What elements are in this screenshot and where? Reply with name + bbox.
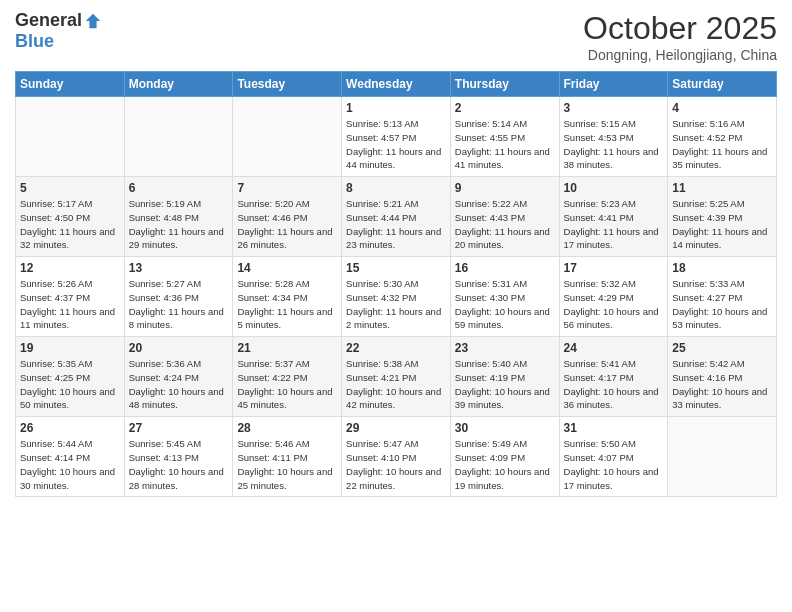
day-number: 28 [237, 421, 337, 435]
calendar-cell: 22Sunrise: 5:38 AMSunset: 4:21 PMDayligh… [342, 337, 451, 417]
day-number: 18 [672, 261, 772, 275]
daylight-text: Daylight: 11 hours and 17 minutes. [564, 226, 659, 251]
sunrise-text: Sunrise: 5:26 AM [20, 278, 92, 289]
daylight-text: Daylight: 11 hours and 20 minutes. [455, 226, 550, 251]
daylight-text: Daylight: 11 hours and 35 minutes. [672, 146, 767, 171]
sunset-text: Sunset: 4:53 PM [564, 132, 634, 143]
calendar-cell [16, 97, 125, 177]
daylight-text: Daylight: 10 hours and 53 minutes. [672, 306, 767, 331]
calendar-cell: 26Sunrise: 5:44 AMSunset: 4:14 PMDayligh… [16, 417, 125, 497]
calendar-week-row: 26Sunrise: 5:44 AMSunset: 4:14 PMDayligh… [16, 417, 777, 497]
day-info: Sunrise: 5:27 AMSunset: 4:36 PMDaylight:… [129, 277, 229, 332]
day-number: 1 [346, 101, 446, 115]
sunrise-text: Sunrise: 5:33 AM [672, 278, 744, 289]
daylight-text: Daylight: 10 hours and 42 minutes. [346, 386, 441, 411]
calendar-cell: 3Sunrise: 5:15 AMSunset: 4:53 PMDaylight… [559, 97, 668, 177]
sunset-text: Sunset: 4:25 PM [20, 372, 90, 383]
sunset-text: Sunset: 4:19 PM [455, 372, 525, 383]
calendar-cell [668, 417, 777, 497]
calendar-cell [124, 97, 233, 177]
sunrise-text: Sunrise: 5:41 AM [564, 358, 636, 369]
calendar-cell: 23Sunrise: 5:40 AMSunset: 4:19 PMDayligh… [450, 337, 559, 417]
sunset-text: Sunset: 4:57 PM [346, 132, 416, 143]
day-info: Sunrise: 5:22 AMSunset: 4:43 PMDaylight:… [455, 197, 555, 252]
day-info: Sunrise: 5:13 AMSunset: 4:57 PMDaylight:… [346, 117, 446, 172]
daylight-text: Daylight: 10 hours and 45 minutes. [237, 386, 332, 411]
day-number: 24 [564, 341, 664, 355]
day-info: Sunrise: 5:15 AMSunset: 4:53 PMDaylight:… [564, 117, 664, 172]
calendar-week-row: 5Sunrise: 5:17 AMSunset: 4:50 PMDaylight… [16, 177, 777, 257]
day-info: Sunrise: 5:20 AMSunset: 4:46 PMDaylight:… [237, 197, 337, 252]
daylight-text: Daylight: 10 hours and 39 minutes. [455, 386, 550, 411]
daylight-text: Daylight: 10 hours and 59 minutes. [455, 306, 550, 331]
sunrise-text: Sunrise: 5:30 AM [346, 278, 418, 289]
day-number: 4 [672, 101, 772, 115]
header: General Blue October 2025 Dongning, Heil… [15, 10, 777, 63]
day-info: Sunrise: 5:19 AMSunset: 4:48 PMDaylight:… [129, 197, 229, 252]
daylight-text: Daylight: 11 hours and 5 minutes. [237, 306, 332, 331]
sunset-text: Sunset: 4:43 PM [455, 212, 525, 223]
sunset-text: Sunset: 4:17 PM [564, 372, 634, 383]
sunrise-text: Sunrise: 5:46 AM [237, 438, 309, 449]
sunrise-text: Sunrise: 5:21 AM [346, 198, 418, 209]
daylight-text: Daylight: 10 hours and 50 minutes. [20, 386, 115, 411]
sunrise-text: Sunrise: 5:50 AM [564, 438, 636, 449]
sunrise-text: Sunrise: 5:40 AM [455, 358, 527, 369]
day-number: 29 [346, 421, 446, 435]
calendar-table: Sunday Monday Tuesday Wednesday Thursday… [15, 71, 777, 497]
day-info: Sunrise: 5:30 AMSunset: 4:32 PMDaylight:… [346, 277, 446, 332]
daylight-text: Daylight: 11 hours and 32 minutes. [20, 226, 115, 251]
day-number: 20 [129, 341, 229, 355]
daylight-text: Daylight: 11 hours and 41 minutes. [455, 146, 550, 171]
daylight-text: Daylight: 11 hours and 29 minutes. [129, 226, 224, 251]
sunrise-text: Sunrise: 5:14 AM [455, 118, 527, 129]
day-info: Sunrise: 5:23 AMSunset: 4:41 PMDaylight:… [564, 197, 664, 252]
calendar-cell: 13Sunrise: 5:27 AMSunset: 4:36 PMDayligh… [124, 257, 233, 337]
sunset-text: Sunset: 4:14 PM [20, 452, 90, 463]
day-info: Sunrise: 5:21 AMSunset: 4:44 PMDaylight:… [346, 197, 446, 252]
day-number: 11 [672, 181, 772, 195]
sunrise-text: Sunrise: 5:15 AM [564, 118, 636, 129]
sunset-text: Sunset: 4:29 PM [564, 292, 634, 303]
header-friday: Friday [559, 72, 668, 97]
calendar-cell: 24Sunrise: 5:41 AMSunset: 4:17 PMDayligh… [559, 337, 668, 417]
title-section: October 2025 Dongning, Heilongjiang, Chi… [583, 10, 777, 63]
sunset-text: Sunset: 4:44 PM [346, 212, 416, 223]
month-title: October 2025 [583, 10, 777, 47]
day-number: 19 [20, 341, 120, 355]
daylight-text: Daylight: 11 hours and 14 minutes. [672, 226, 767, 251]
calendar-cell: 5Sunrise: 5:17 AMSunset: 4:50 PMDaylight… [16, 177, 125, 257]
day-number: 26 [20, 421, 120, 435]
calendar-cell: 16Sunrise: 5:31 AMSunset: 4:30 PMDayligh… [450, 257, 559, 337]
day-number: 9 [455, 181, 555, 195]
sunrise-text: Sunrise: 5:32 AM [564, 278, 636, 289]
calendar-cell [233, 97, 342, 177]
calendar-cell: 9Sunrise: 5:22 AMSunset: 4:43 PMDaylight… [450, 177, 559, 257]
sunset-text: Sunset: 4:21 PM [346, 372, 416, 383]
header-tuesday: Tuesday [233, 72, 342, 97]
sunset-text: Sunset: 4:50 PM [20, 212, 90, 223]
sunset-text: Sunset: 4:39 PM [672, 212, 742, 223]
day-number: 16 [455, 261, 555, 275]
day-number: 22 [346, 341, 446, 355]
header-wednesday: Wednesday [342, 72, 451, 97]
sunset-text: Sunset: 4:27 PM [672, 292, 742, 303]
day-number: 3 [564, 101, 664, 115]
calendar-cell: 25Sunrise: 5:42 AMSunset: 4:16 PMDayligh… [668, 337, 777, 417]
day-number: 13 [129, 261, 229, 275]
day-number: 2 [455, 101, 555, 115]
calendar-cell: 1Sunrise: 5:13 AMSunset: 4:57 PMDaylight… [342, 97, 451, 177]
daylight-text: Daylight: 10 hours and 28 minutes. [129, 466, 224, 491]
sunset-text: Sunset: 4:13 PM [129, 452, 199, 463]
daylight-text: Daylight: 10 hours and 19 minutes. [455, 466, 550, 491]
sunset-text: Sunset: 4:32 PM [346, 292, 416, 303]
day-info: Sunrise: 5:31 AMSunset: 4:30 PMDaylight:… [455, 277, 555, 332]
calendar-cell: 30Sunrise: 5:49 AMSunset: 4:09 PMDayligh… [450, 417, 559, 497]
day-info: Sunrise: 5:25 AMSunset: 4:39 PMDaylight:… [672, 197, 772, 252]
calendar-cell: 15Sunrise: 5:30 AMSunset: 4:32 PMDayligh… [342, 257, 451, 337]
sunrise-text: Sunrise: 5:38 AM [346, 358, 418, 369]
sunrise-text: Sunrise: 5:45 AM [129, 438, 201, 449]
day-info: Sunrise: 5:14 AMSunset: 4:55 PMDaylight:… [455, 117, 555, 172]
calendar-cell: 6Sunrise: 5:19 AMSunset: 4:48 PMDaylight… [124, 177, 233, 257]
calendar-cell: 19Sunrise: 5:35 AMSunset: 4:25 PMDayligh… [16, 337, 125, 417]
